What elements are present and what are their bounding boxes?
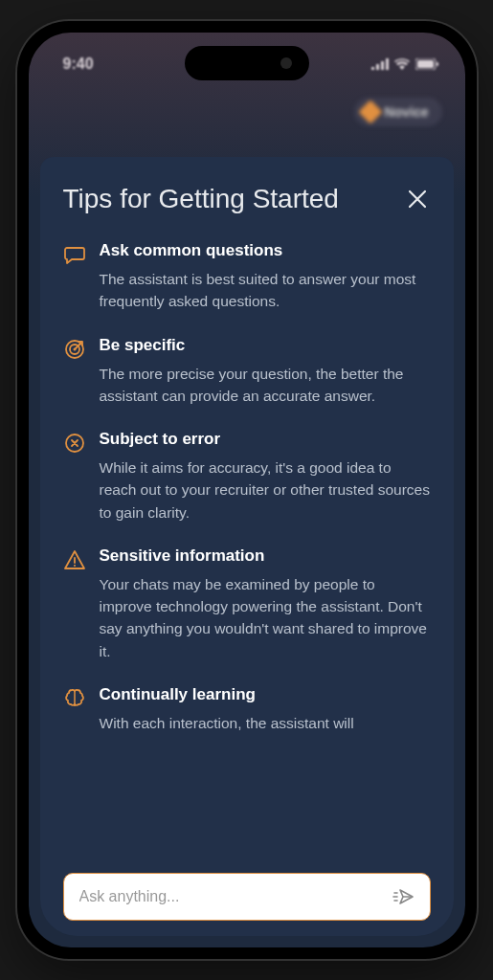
tip-desc: While it aims for accuracy, it's a good …	[100, 457, 431, 523]
tip-desc: With each interaction, the assistant wil…	[100, 712, 431, 734]
badge-label: Novice	[385, 104, 429, 120]
svg-point-7	[74, 565, 76, 567]
tip-content: Ask common questions The assistant is be…	[100, 241, 431, 313]
brain-icon	[63, 687, 86, 710]
tip-item: Ask common questions The assistant is be…	[63, 241, 431, 313]
tip-item: Continually learning With each interacti…	[63, 685, 431, 734]
target-icon	[63, 338, 86, 361]
novice-badge[interactable]: Novice	[354, 98, 442, 126]
svg-rect-2	[437, 62, 438, 66]
warning-icon	[63, 548, 86, 571]
battery-icon	[415, 58, 438, 70]
tip-title: Ask common questions	[100, 241, 431, 260]
tip-item: Be specific The more precise your questi…	[63, 336, 431, 408]
top-badge-area: Novice	[29, 80, 465, 126]
input-bar	[63, 873, 431, 921]
tip-desc: The more precise your question, the bett…	[100, 363, 431, 408]
tip-title: Subject to error	[100, 430, 431, 449]
wifi-icon	[394, 58, 410, 70]
tip-item: Sensitive information Your chats may be …	[63, 546, 431, 662]
diamond-icon	[358, 100, 382, 123]
svg-rect-1	[417, 60, 434, 68]
tip-content: Continually learning With each interacti…	[100, 685, 431, 734]
phone-frame: 9:40 Novice Tips for Getting Started	[17, 21, 477, 959]
tips-panel: Tips for Getting Started Ask common ques…	[40, 157, 454, 936]
phone-screen: 9:40 Novice Tips for Getting Started	[29, 33, 465, 947]
status-icons	[371, 58, 438, 70]
status-time: 9:40	[56, 56, 94, 73]
signal-icon	[371, 58, 389, 70]
close-icon	[407, 189, 428, 210]
close-button[interactable]	[404, 186, 431, 212]
tip-content: Sensitive information Your chats may be …	[100, 546, 431, 662]
tip-title: Continually learning	[100, 685, 431, 704]
tip-content: Subject to error While it aims for accur…	[100, 430, 431, 523]
send-button[interactable]	[392, 887, 415, 906]
error-icon	[63, 432, 86, 455]
panel-header: Tips for Getting Started	[63, 184, 431, 214]
tip-title: Be specific	[100, 336, 431, 355]
phone-notch	[185, 46, 309, 80]
tip-title: Sensitive information	[100, 546, 431, 566]
send-icon	[392, 887, 415, 906]
tips-list: Ask common questions The assistant is be…	[63, 241, 431, 873]
tip-content: Be specific The more precise your questi…	[100, 336, 431, 408]
panel-title: Tips for Getting Started	[63, 184, 339, 214]
tip-item: Subject to error While it aims for accur…	[63, 430, 431, 523]
tip-desc: The assistant is best suited to answer y…	[100, 268, 431, 313]
tip-desc: Your chats may be examined by people to …	[100, 573, 431, 662]
ask-input[interactable]	[79, 888, 382, 905]
chat-icon	[63, 243, 86, 266]
